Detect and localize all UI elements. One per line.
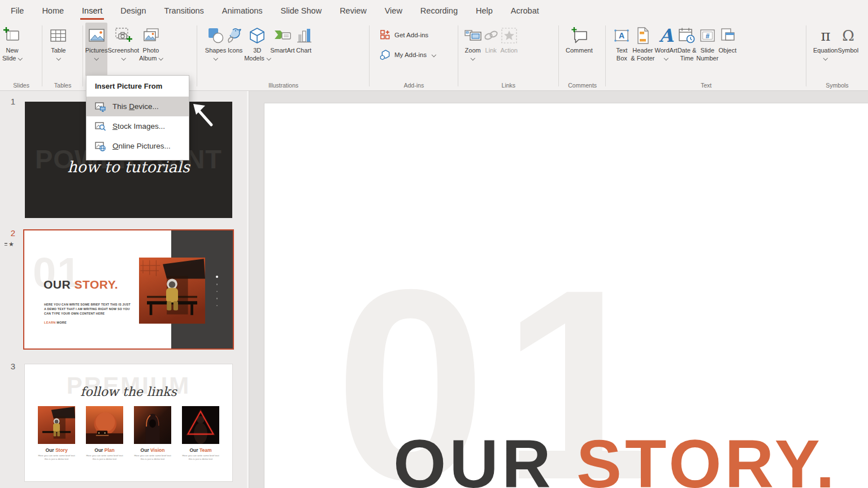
slide2-content: 01 OUR STORY. HERE YOU CAN WRITE SOME BR…: [24, 230, 233, 348]
chevron-down-icon: [94, 56, 99, 60]
menu-item-online-pictures[interactable]: Online Pictures...: [86, 136, 189, 156]
group-label-comments: Comments: [559, 82, 606, 89]
ribbon-group-illustrations: Shapes Icons 3D Models Sm: [197, 21, 370, 90]
menu-item-stock-images[interactable]: Stock Images...: [86, 116, 189, 136]
button-label: Box: [617, 54, 627, 62]
chevron-down-icon: [823, 56, 828, 60]
tab-home[interactable]: Home: [33, 0, 73, 21]
button-label: Symbol: [837, 46, 858, 54]
neon-triangle-image: [182, 406, 219, 444]
card-caption: Here you can write some brief text this …: [134, 454, 171, 461]
equation-button[interactable]: π Equation: [813, 24, 837, 75]
button-label: Comment: [566, 46, 593, 54]
group-label-addins: Add-ins: [370, 82, 458, 89]
date-time-button[interactable]: Date & Time: [678, 24, 697, 75]
screenshot-button[interactable]: Screenshot: [107, 24, 139, 75]
button-label: Object: [718, 46, 736, 54]
tab-design[interactable]: Design: [111, 0, 155, 21]
group-label-text: Text: [606, 82, 806, 89]
tab-animations[interactable]: Animations: [213, 0, 272, 21]
animation-indicator[interactable]: ★: [5, 241, 14, 247]
action-icon: [500, 27, 518, 45]
symbol-button[interactable]: Ω Symbol: [837, 24, 858, 75]
hooded-figure-image: [134, 406, 171, 444]
photo-album-button[interactable]: Photo Album: [139, 24, 163, 75]
slide2-learn-more: LEARN MORE: [44, 321, 67, 324]
canvas-title[interactable]: OUR STORY.: [393, 430, 838, 488]
shapes-button[interactable]: Shapes: [205, 24, 226, 75]
button-label: Photo: [143, 46, 159, 54]
button-label: New: [6, 46, 18, 54]
chart-button[interactable]: Chart: [295, 24, 313, 75]
card-title: Our Vision: [134, 447, 171, 453]
card-title: Our Team: [182, 447, 219, 453]
header-footer-icon: [633, 27, 652, 45]
comment-button[interactable]: Comment: [566, 24, 593, 75]
table-button[interactable]: Table: [49, 24, 67, 75]
text-box-icon: A: [613, 27, 631, 45]
my-addins-icon: [380, 49, 390, 60]
tab-review[interactable]: Review: [331, 0, 376, 21]
slide-canvas[interactable]: 01 OUR STORY.: [264, 103, 868, 488]
my-addins-button[interactable]: My Add-ins: [377, 48, 437, 61]
svg-text:#: #: [705, 32, 709, 40]
slide-workspace: 01 OUR STORY.: [249, 91, 868, 488]
text-box-button[interactable]: A Text Box: [613, 24, 631, 75]
this-device-icon: [95, 101, 106, 112]
carousel-dot: [216, 291, 218, 293]
group-label-links: Links: [458, 82, 559, 89]
carousel-dot: [216, 298, 218, 299]
icons-button[interactable]: Icons: [226, 24, 244, 75]
card-caption: Here you can write some brief text this …: [86, 454, 123, 461]
slide-thumbnail-3[interactable]: PREMIUM follow the links Our Story: [25, 364, 232, 481]
get-addins-button[interactable]: Get Add-ins: [377, 28, 431, 41]
tab-recording[interactable]: Recording: [411, 0, 467, 21]
planet-image: [86, 406, 123, 444]
get-addins-icon: [380, 29, 390, 40]
button-label: SmartArt: [270, 46, 294, 54]
tab-help[interactable]: Help: [467, 0, 502, 21]
button-label: Equation: [813, 46, 837, 54]
zoom-button[interactable]: Zoom: [464, 24, 482, 75]
tab-slide-show[interactable]: Slide Show: [272, 0, 331, 21]
mouse-cursor-arrow: [190, 101, 216, 129]
pictures-button[interactable]: Pictures: [85, 23, 108, 76]
card-title: Our Story: [38, 447, 75, 453]
card-our-plan: Our Plan Here you can write some brief t…: [86, 406, 123, 461]
menu-item-this-device[interactable]: This Device...: [86, 97, 189, 116]
wordart-button[interactable]: A WordArt: [654, 24, 677, 75]
chevron-down-icon: [159, 56, 163, 60]
header-footer-button[interactable]: Header & Footer: [631, 24, 654, 75]
smartart-icon: [274, 27, 292, 45]
menu-bar: File Home Insert Design Transitions Anim…: [0, 0, 868, 21]
chevron-down-icon: [56, 56, 60, 60]
new-slide-icon: [3, 27, 21, 45]
svg-text:Ω: Ω: [842, 27, 854, 44]
tab-view[interactable]: View: [376, 0, 411, 21]
slide-number-icon: #: [698, 27, 717, 45]
tab-insert[interactable]: Insert: [73, 0, 111, 21]
menu-item-label: Stock Images...: [112, 122, 165, 130]
button-label: Album: [139, 54, 157, 62]
button-label: Pictures: [85, 46, 108, 54]
new-slide-button[interactable]: New Slide: [2, 24, 22, 75]
smartart-button[interactable]: SmartArt: [270, 24, 294, 75]
chevron-down-icon: [471, 56, 475, 60]
3d-models-button[interactable]: 3D Models: [244, 24, 270, 75]
ribbon-group-slides: New Slide Slides: [0, 21, 42, 90]
action-button: Action: [500, 24, 518, 75]
table-icon: [49, 27, 67, 45]
tab-acrobat[interactable]: Acrobat: [502, 0, 548, 21]
slide-number-button[interactable]: # Slide Number: [696, 24, 718, 75]
tab-transitions[interactable]: Transitions: [155, 0, 212, 21]
button-label: Icons: [228, 46, 242, 54]
slide2-title: OUR STORY.: [44, 278, 118, 291]
object-button[interactable]: Object: [718, 24, 736, 75]
slide-thumbnail-2-selected[interactable]: 01 OUR STORY. HERE YOU CAN WRITE SOME BR…: [23, 229, 234, 350]
tab-file[interactable]: File: [2, 0, 33, 21]
slide-number-3: 3: [7, 361, 19, 371]
button-label: Slide: [701, 46, 714, 54]
svg-text:A: A: [619, 31, 624, 40]
equation-icon: π: [817, 27, 835, 45]
pictures-dropdown-menu: Insert Picture From This Device... Stock…: [86, 75, 189, 160]
